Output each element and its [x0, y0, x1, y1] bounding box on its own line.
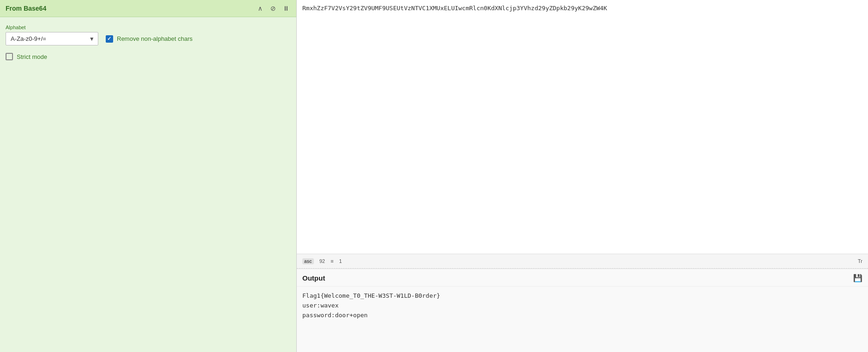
remove-nonalphabet-checkbox[interactable] [106, 35, 113, 43]
strict-mode-checkbox[interactable] [6, 53, 13, 60]
ban-icon[interactable]: ⊘ [268, 4, 278, 13]
type-badge: asc [302, 258, 314, 264]
output-content: Flag1{Welcome_T0_THE-W3ST-W1LD-B0rder} u… [297, 287, 868, 325]
operation-header: From Base64 ∧ ⊘ ⏸ [0, 0, 296, 17]
alphabet-field-row: A-Za-z0-9+/= A-Za-z0-9-_= A-Za-z0-9+/ A-… [6, 32, 291, 45]
operation-body: Alphabet A-Za-z0-9+/= A-Za-z0-9-_= A-Za-… [0, 17, 296, 68]
input-textarea[interactable]: RmxhZzF7V2VsY29tZV9UMF9USEUtVzNTVC1XMUxE… [297, 0, 868, 254]
alphabet-select-wrapper: A-Za-z0-9+/= A-Za-z0-9-_= A-Za-z0-9+/ A-… [6, 32, 98, 45]
output-header: Output 💾 [297, 269, 868, 287]
line-count: 1 [339, 258, 342, 264]
header-icons: ∧ ⊘ ⏸ [255, 4, 291, 13]
save-icon[interactable]: 💾 [853, 274, 862, 282]
truncated-label: Tr [858, 258, 862, 264]
input-statusbar: asc 92 ≡ 1 Tr [297, 254, 868, 269]
pause-icon[interactable]: ⏸ [281, 4, 291, 13]
strict-mode-label: Strict mode [17, 53, 47, 60]
output-section: Output 💾 Flag1{Welcome_T0_THE-W3ST-W1LD-… [297, 269, 868, 352]
output-title: Output [302, 274, 325, 282]
collapse-icon[interactable]: ∧ [255, 4, 265, 13]
operation-title: From Base64 [6, 5, 46, 12]
strict-mode-row: Strict mode [6, 53, 291, 60]
lines-icon: ≡ [331, 258, 333, 264]
remove-nonalphabet-text: Remove non-alphabet chars [117, 35, 192, 42]
alphabet-label: Alphabet [6, 25, 291, 30]
left-panel: From Base64 ∧ ⊘ ⏸ Alphabet A-Za-z0-9+/= … [0, 0, 297, 352]
alphabet-field-group: Alphabet A-Za-z0-9+/= A-Za-z0-9-_= A-Za-… [6, 25, 291, 45]
right-panel: RmxhZzF7V2VsY29tZV9UMF9USEUtVzNTVC1XMUxE… [297, 0, 868, 352]
alphabet-select[interactable]: A-Za-z0-9+/= A-Za-z0-9-_= A-Za-z0-9+/ A-… [6, 32, 98, 45]
remove-nonalphabet-label[interactable]: Remove non-alphabet chars [106, 35, 192, 43]
char-count: 92 [319, 258, 325, 264]
status-left: asc 92 ≡ 1 [302, 258, 342, 264]
input-area: RmxhZzF7V2VsY29tZV9UMF9USEUtVzNTVC1XMUxE… [297, 0, 868, 269]
